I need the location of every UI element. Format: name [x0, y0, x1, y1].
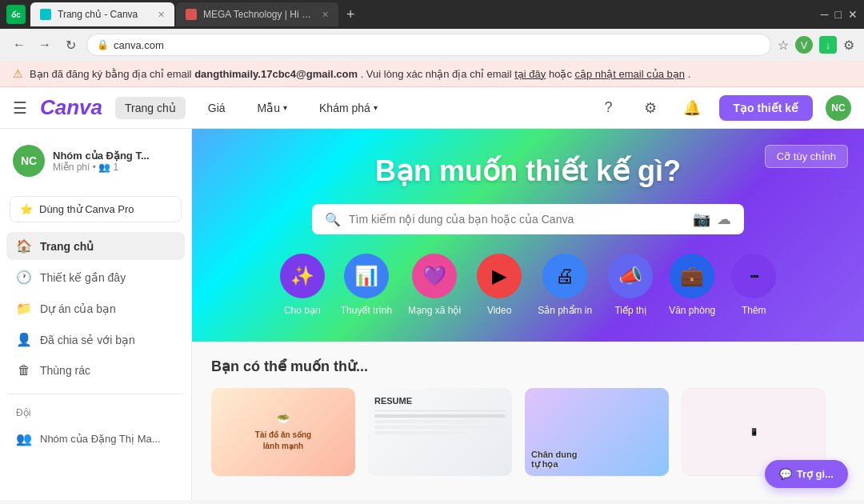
banner-email: dangthimaily.17cbc4@gmail.com — [194, 68, 358, 80]
canva-logo: Canva — [40, 95, 102, 120]
profile-section: NC Nhóm của Đặng T... Miễn phí • 👥 1 — [6, 138, 185, 183]
upload-icon[interactable]: ☁ — [717, 210, 731, 228]
tiep-thi-circle: 📣 — [608, 254, 653, 298]
design-card-2[interactable]: RESUME — [368, 388, 512, 476]
try-pro-button[interactable]: ⭐ Dùng thử Canva Pro — [10, 196, 182, 222]
tab-canva-label: Trang chủ - Canva — [58, 9, 138, 20]
help-fab-icon: 💬 — [779, 468, 792, 480]
extension-icon[interactable]: V — [795, 36, 813, 54]
nav-gia[interactable]: Giá — [198, 97, 235, 119]
san-pham-in-circle: 🖨 — [542, 254, 587, 298]
notification-button[interactable]: 🔔 — [678, 94, 706, 122]
top-nav: ☰ Canva Trang chủ Giá Mẫu ▾ Khám phá ▾ ?… — [0, 87, 864, 129]
add-tab-button[interactable]: + — [340, 6, 362, 23]
settings-button[interactable]: ⚙ — [636, 94, 665, 122]
hero-search-bar[interactable]: 🔍 📷 ☁ — [312, 204, 744, 234]
folder-icon: 📁 — [16, 301, 32, 316]
clock-icon: 🕐 — [16, 270, 32, 285]
sidebar: NC Nhóm của Đặng T... Miễn phí • 👥 1 ⭐ D… — [0, 129, 192, 500]
address-bar[interactable]: 🔒 canva.com — [86, 34, 771, 56]
tab-canva[interactable]: Trang chủ - Canva ✕ — [30, 2, 174, 26]
canva-app: ☰ Canva Trang chủ Giá Mẫu ▾ Khám phá ▾ ?… — [0, 87, 864, 500]
nav-trang-chu[interactable]: Trang chủ — [115, 97, 186, 119]
banner-link-here[interactable]: tại đây — [514, 68, 546, 80]
profile-name: Nhóm của Đặng T... — [53, 150, 178, 162]
mang-xa-hoi-label: Mạng xã hội — [408, 305, 461, 316]
category-them[interactable]: ··· Thêm — [731, 254, 776, 316]
coccoc-logo: ốc — [6, 5, 26, 24]
sidebar-item-thung-rac[interactable]: 🗑 Thùng rác — [6, 357, 185, 384]
download-icon[interactable]: ↓ — [819, 36, 837, 54]
help-icon: ? — [605, 99, 613, 116]
sidebar-team-item[interactable]: 👥 Nhóm của Đặng Thị Ma... — [6, 425, 185, 453]
mang-xa-hoi-circle: 💜 — [412, 254, 457, 298]
window-maximize[interactable]: □ — [835, 8, 842, 21]
hero-search-input[interactable] — [349, 213, 685, 226]
tab-bar: ốc Trang chủ - Canva ✕ MEGA Technology |… — [0, 0, 864, 29]
help-fab-label: Trợ gi... — [797, 468, 834, 480]
category-thuyet-trinh[interactable]: 📊 Thuyết trình — [341, 254, 392, 316]
category-mang-xa-hoi[interactable]: 💜 Mạng xã hội — [408, 254, 461, 316]
nav-back-button[interactable]: ← — [10, 35, 29, 54]
suggestions-section: Bạn có thể muốn thử... 🥗 Tài đồ ăn sống … — [192, 342, 864, 492]
camera-icon[interactable]: 📷 — [693, 210, 710, 228]
banner-warning-icon: ⚠ — [13, 67, 23, 80]
tab-canva-close[interactable]: ✕ — [158, 10, 165, 20]
settings-icon: ⚙ — [644, 99, 657, 117]
team-icon: 👥 — [16, 431, 32, 446]
content-area: NC Nhóm của Đặng T... Miễn phí • 👥 1 ⭐ D… — [0, 129, 864, 500]
help-button[interactable]: ? — [594, 94, 623, 122]
sidebar-divider — [10, 394, 182, 394]
tab-mega[interactable]: MEGA Technology | Hi end P... ✕ — [176, 2, 338, 26]
sidebar-item-thiet-ke[interactable]: 🕐 Thiết kế gần đây — [6, 263, 185, 291]
canva-favicon — [40, 9, 51, 20]
person-icon: 👤 — [16, 332, 32, 347]
nav-refresh-button[interactable]: ↻ — [61, 35, 80, 54]
design-card-3[interactable]: Chân dungtự họa — [525, 388, 669, 476]
sidebar-item-trang-chu[interactable]: 🏠 Trang chủ — [6, 232, 185, 260]
help-fab-button[interactable]: 💬 Trợ gi... — [765, 460, 848, 488]
category-video[interactable]: ▶ Video — [477, 254, 522, 316]
nav-forward-button[interactable]: → — [35, 35, 54, 54]
bookmark-icon[interactable]: ☆ — [778, 38, 789, 53]
hero-title: Bạn muốn thiết kế gì? — [224, 154, 832, 188]
banner-text: Bạn đã đăng ký bằng địa chỉ email dangth… — [30, 68, 690, 80]
video-circle: ▶ — [477, 254, 522, 298]
tab-mega-label: MEGA Technology | Hi end P... — [203, 9, 315, 20]
category-row: ✨ Cho bạn 📊 Thuyết trình 💜 Mạng xã hội ▶… — [224, 254, 832, 316]
category-cho-ban[interactable]: ✨ Cho bạn — [280, 254, 325, 316]
thuyet-trinh-label: Thuyết trình — [341, 305, 392, 316]
mau-dropdown-icon: ▾ — [283, 103, 287, 112]
cards-row: 🥗 Tài đồ ăn sống lành mạnh RESUME — [211, 388, 845, 476]
create-design-button[interactable]: Tạo thiết kế — [719, 95, 813, 121]
thuyet-trinh-circle: 📊 — [344, 254, 389, 298]
tab-mega-close[interactable]: ✕ — [322, 10, 329, 20]
design-card-1[interactable]: 🥗 Tài đồ ăn sống lành mạnh — [211, 388, 355, 476]
sidebar-item-chia-se[interactable]: 👤 Đã chia sẻ với bạn — [6, 326, 185, 354]
category-tiep-thi[interactable]: 📣 Tiếp thị — [608, 254, 653, 316]
category-san-pham-in[interactable]: 🖨 Sản phẩm in — [538, 254, 592, 316]
cho-ban-circle: ✨ — [280, 254, 325, 298]
custom-size-button[interactable]: Cỡ tùy chỉnh — [765, 145, 848, 168]
nav-kham-pha[interactable]: Khám phá ▾ — [310, 97, 387, 119]
lock-icon: 🔒 — [97, 39, 109, 50]
team-section-label: Đội — [6, 404, 185, 422]
kham-pha-dropdown-icon: ▾ — [374, 103, 378, 112]
user-avatar: NC — [13, 145, 45, 177]
window-minimize[interactable]: ─ — [821, 8, 829, 21]
star-icon: ⭐ — [20, 203, 33, 215]
trash-icon: 🗑 — [16, 363, 32, 378]
banner-link-update[interactable]: cập nhật email của bạn — [575, 68, 686, 80]
cho-ban-label: Cho bạn — [284, 305, 321, 316]
sidebar-item-du-an[interactable]: 📁 Dự án của bạn — [6, 294, 185, 322]
hero-banner: Cỡ tùy chỉnh Bạn muốn thiết kế gì? 🔍 📷 ☁… — [192, 129, 864, 342]
hamburger-menu-button[interactable]: ☰ — [13, 98, 27, 118]
van-phong-circle: 💼 — [670, 254, 714, 298]
settings-ext-icon[interactable]: ⚙ — [843, 38, 854, 53]
address-text: canva.com — [114, 39, 761, 51]
category-van-phong[interactable]: 💼 Văn phòng — [669, 254, 715, 316]
window-close[interactable]: ✕ — [848, 8, 858, 21]
nav-mau[interactable]: Mẫu ▾ — [248, 97, 297, 119]
user-avatar-nav[interactable]: NC — [826, 95, 851, 121]
search-actions: 📷 ☁ — [693, 210, 731, 228]
